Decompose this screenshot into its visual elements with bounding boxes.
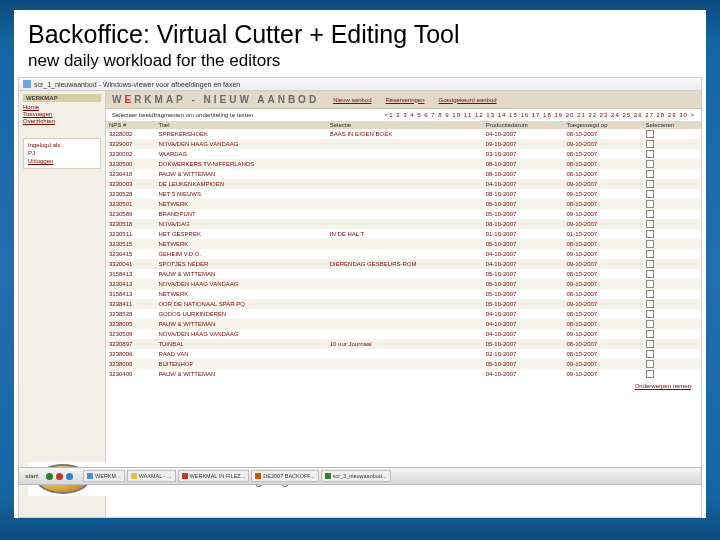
col-add[interactable]: Toegevoegd op (563, 121, 642, 129)
table-row[interactable]: 3238528GODOS UURKINDEREN04-10-200708-10-… (106, 309, 701, 319)
row-checkbox[interactable] (646, 150, 654, 158)
row-checkbox[interactable] (646, 200, 654, 208)
cell-title: NOVA/DEN HAAG VANDAAG (155, 139, 326, 149)
table-row[interactable]: 3230003DE LEUKENKAMPIOEN04-10-200709-10-… (106, 179, 701, 189)
table-row[interactable]: 3158413PAUW & WITTEMAN05-10-200708-10-20… (106, 269, 701, 279)
cell-d1: 08-10-2007 (483, 219, 564, 229)
sidebar-link-add[interactable]: Toevoegen (23, 111, 101, 117)
table-row[interactable]: 3158413NETWERK05-10-200708-10-2007 (106, 289, 701, 299)
row-checkbox[interactable] (646, 180, 654, 188)
table-row[interactable]: 3320041SPOTJES NEDERDIERENDAG GESBEURS-R… (106, 259, 701, 269)
row-checkbox[interactable] (646, 250, 654, 258)
cell-d2: 01-10-2007 (563, 229, 642, 239)
tab-nieuw[interactable]: Nieuw aanbod (333, 97, 371, 103)
cell-title: GEHEIM V.D.O. (155, 249, 326, 259)
cell-nps: 3238008 (106, 359, 155, 369)
row-checkbox[interactable] (646, 370, 654, 378)
col-nps[interactable]: NPS # (106, 121, 155, 129)
table-row[interactable]: 3238006RAAD VAN02-10-200708-10-2007 (106, 349, 701, 359)
table-row[interactable]: 3230528NET 5 NIEUWS08-10-200709-10-2007 (106, 189, 701, 199)
task-label: DE2007 BACKOFF... (263, 473, 314, 479)
ql-icon[interactable] (56, 473, 63, 480)
table-row[interactable]: 3230500DOKWERKERS TV-NIFFERLANDS08-10-20… (106, 159, 701, 169)
table-row[interactable]: 3230415GEHEIM V.D.O.04-10-200709-10-2007 (106, 249, 701, 259)
cell-title: SPREKERSHOEK (155, 129, 326, 139)
table-row[interactable]: 3230400PAUW & WITTEMAN04-10-200709-10-20… (106, 369, 701, 379)
table-row[interactable]: 3230418PAUW & WITTEMAN08-10-200708-10-20… (106, 169, 701, 179)
row-checkbox[interactable] (646, 350, 654, 358)
cell-title: TUINBAL (155, 339, 326, 349)
row-checkbox[interactable] (646, 240, 654, 248)
task-label: WAXMAL - ... (139, 473, 172, 479)
table-row[interactable]: 3238008BUITENHOF05-10-200709-10-2007 (106, 359, 701, 369)
cell-title: NETWERK (155, 289, 326, 299)
row-checkbox[interactable] (646, 220, 654, 228)
logout-link[interactable]: Uitloggen (28, 158, 96, 164)
cell-sel (327, 299, 483, 309)
taskbar-button[interactable]: WERKM... (83, 470, 125, 482)
row-checkbox[interactable] (646, 310, 654, 318)
cell-d1: 04-10-2007 (483, 329, 564, 339)
row-checkbox[interactable] (646, 160, 654, 168)
cell-title: DOKWERKERS TV-NIFFERLANDS (155, 159, 326, 169)
cell-d1: 05-10-2007 (483, 199, 564, 209)
col-sel[interactable]: Selectie (327, 121, 483, 129)
row-checkbox[interactable] (646, 260, 654, 268)
row-checkbox[interactable] (646, 130, 654, 138)
ql-icon[interactable] (66, 473, 73, 480)
tab-goedgekeurd[interactable]: Goedgekeurd aanbod (439, 97, 497, 103)
cell-nps: 3230002 (106, 149, 155, 159)
row-checkbox[interactable] (646, 320, 654, 328)
sidebar-user-box: Ingelogd als: PJ Uitloggen (23, 138, 101, 169)
row-checkbox[interactable] (646, 230, 654, 238)
task-icon (182, 473, 188, 479)
row-checkbox[interactable] (646, 340, 654, 348)
taskbar[interactable]: start WERKM...WAXMAL - ...WERKMAL IN FIL… (18, 467, 702, 485)
col-title[interactable]: Titel (155, 121, 326, 129)
row-checkbox[interactable] (646, 140, 654, 148)
row-checkbox[interactable] (646, 270, 654, 278)
taskbar-button[interactable]: WERKMAL IN FILEZ... (178, 470, 250, 482)
taskbar-button[interactable]: DE2007 BACKOFF... (251, 470, 318, 482)
row-checkbox[interactable] (646, 290, 654, 298)
table-row[interactable]: 3230509NOVA/DEN HAAG VANDAAG04-10-200709… (106, 329, 701, 339)
row-checkbox[interactable] (646, 360, 654, 368)
cell-d1: 05-10-2007 (483, 289, 564, 299)
cell-sel (327, 269, 483, 279)
taskbar-button[interactable]: WAXMAL - ... (127, 470, 176, 482)
col-prod[interactable]: Productiedatum (483, 121, 564, 129)
table-row[interactable]: 3229007NOVA/DEN HAAG VANDAAG09-10-200709… (106, 139, 701, 149)
sidebar-link-overview[interactable]: Overzichten (23, 118, 101, 124)
cell-nps: 3320041 (106, 259, 155, 269)
cell-d2: 09-10-2007 (563, 189, 642, 199)
table-row[interactable]: 3230511HET GESPREKIN DE HAL T01-10-20070… (106, 229, 701, 239)
take-items-link[interactable]: Onderwerpen nemen (625, 379, 701, 393)
table-row[interactable]: 3230413NOVA/DEN HAAG VANDAAG05-10-200709… (106, 279, 701, 289)
cell-sel (327, 209, 483, 219)
table-row[interactable]: 3230589BRANDPUNT05-10-200709-10-2007 (106, 209, 701, 219)
cell-d2: 09-10-2007 (563, 219, 642, 229)
taskbar-button[interactable]: scr_3_nieuwaanbod... (321, 470, 391, 482)
table-row[interactable]: 3230515NETWERK05-10-200708-10-2007 (106, 239, 701, 249)
start-button[interactable]: start (21, 471, 42, 481)
table-row[interactable]: 3230518NOVA/DAG08-10-200709-10-2007 (106, 219, 701, 229)
cell-d1: 04-10-2007 (483, 129, 564, 139)
tab-reserveringen[interactable]: Reserveringen (386, 97, 425, 103)
sidebar-link-home[interactable]: Home (23, 104, 101, 110)
table-row[interactable]: 3230501NETWERK05-10-200708-10-2007 (106, 199, 701, 209)
table-row[interactable]: 3228002SPREKERSHOEKBAAS IN EIGEN BOEK04-… (106, 129, 701, 139)
table-row[interactable]: 3230897TUINBAL10 uur Journaal05-10-20070… (106, 339, 701, 349)
row-checkbox[interactable] (646, 210, 654, 218)
ql-icon[interactable] (46, 473, 53, 480)
row-checkbox[interactable] (646, 330, 654, 338)
row-checkbox[interactable] (646, 190, 654, 198)
cell-sel (327, 139, 483, 149)
table-paging[interactable]: <1 2 3 4 5 6 7 8 9 10 11 12 13 14 15 16 … (385, 112, 695, 118)
row-checkbox[interactable] (646, 280, 654, 288)
table-row[interactable]: 3238411OOR DE NATIONAAL SPAR PQ05-10-200… (106, 299, 701, 309)
col-pick[interactable]: Selecteren (643, 121, 701, 129)
row-checkbox[interactable] (646, 170, 654, 178)
table-row[interactable]: 3238005PAUW & WITTEMAN04-10-200708-10-20… (106, 319, 701, 329)
row-checkbox[interactable] (646, 300, 654, 308)
table-row[interactable]: 3230002VAARDAG03-10-200708-10-2007 (106, 149, 701, 159)
